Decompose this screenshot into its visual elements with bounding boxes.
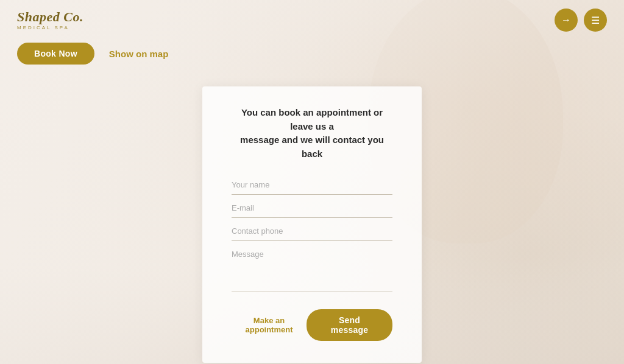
form-actions: Make an appointment Send message — [232, 309, 392, 341]
header-icons: → ☰ — [555, 9, 607, 32]
phone-input[interactable] — [232, 220, 392, 241]
phone-field-group — [232, 220, 392, 243]
header: Shaped Co. MEDICAL SPA → ☰ — [0, 0, 624, 40]
card-heading: You can book an appointment or leave us … — [232, 106, 392, 161]
email-input[interactable] — [232, 197, 392, 218]
message-textarea[interactable] — [232, 243, 392, 292]
login-icon-button[interactable]: → — [555, 9, 578, 32]
top-actions: Book Now Show on map — [0, 40, 624, 74]
show-on-map-button[interactable]: Show on map — [109, 49, 169, 59]
email-field-group — [232, 197, 392, 220]
brand-subtitle: MEDICAL SPA — [17, 25, 69, 30]
name-field-group — [232, 174, 392, 197]
login-icon: → — [561, 15, 571, 26]
book-now-button[interactable]: Book Now — [17, 43, 94, 65]
menu-icon-button[interactable]: ☰ — [584, 9, 607, 32]
menu-icon: ☰ — [591, 15, 600, 26]
brand-title: Shaped Co. — [17, 10, 83, 24]
send-message-button[interactable]: Send message — [307, 309, 392, 341]
name-input[interactable] — [232, 174, 392, 195]
message-field-group — [232, 243, 392, 297]
logo: Shaped Co. MEDICAL SPA — [17, 10, 83, 30]
main-area: You can book an appointment or leave us … — [0, 74, 624, 363]
make-appointment-button[interactable]: Make an appointment — [232, 316, 307, 334]
contact-card: You can book an appointment or leave us … — [202, 86, 422, 363]
